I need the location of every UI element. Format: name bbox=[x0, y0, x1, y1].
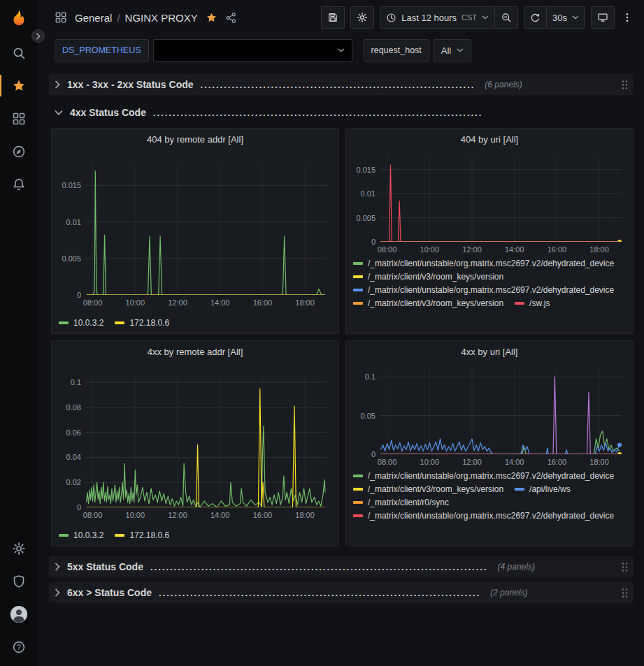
row-leader-dots: ........................................… bbox=[153, 108, 482, 118]
chart-canvas[interactable] bbox=[380, 155, 622, 242]
y-tick-label: 0.005 bbox=[62, 254, 81, 263]
legend-item[interactable]: 172.18.0.6 bbox=[115, 318, 169, 328]
breadcrumb-section[interactable]: General bbox=[75, 12, 112, 24]
plot-area[interactable] bbox=[380, 368, 622, 454]
dashboard-settings-button[interactable] bbox=[350, 6, 374, 29]
row-panel-count: (6 panels) bbox=[485, 80, 522, 89]
legend-item[interactable]: /api/live/ws bbox=[515, 484, 571, 494]
apps-grid-icon bbox=[55, 11, 67, 24]
server-admin-shield-icon[interactable] bbox=[0, 565, 38, 598]
refresh-interval-dropdown[interactable]: 30s bbox=[546, 6, 585, 29]
x-tick-label: 10:00 bbox=[420, 458, 440, 466]
variable-ds-prometheus: DS_PROMETHEUS bbox=[55, 39, 352, 61]
tv-mode-button[interactable] bbox=[591, 6, 615, 29]
x-axis: 08:0010:0012:0014:0016:0018:00 bbox=[380, 456, 622, 468]
favorite-star-icon[interactable] bbox=[206, 12, 217, 24]
datasource-select[interactable] bbox=[153, 39, 352, 61]
plot-area[interactable] bbox=[380, 155, 622, 242]
legend-item[interactable]: /_matrix/client/unstable/org.matrix.msc2… bbox=[353, 471, 614, 481]
row-leader-dots: ........................................… bbox=[150, 562, 488, 572]
time-series-chart: 00.0050.010.015 08:0010:0012:0014:0016:0… bbox=[352, 152, 627, 256]
time-range-picker[interactable]: Last 12 hours CST bbox=[380, 6, 495, 29]
legend-item[interactable]: 10.0.3.2 bbox=[59, 530, 103, 540]
row-header-4xx[interactable]: 4xx Status Code ........................… bbox=[49, 102, 634, 123]
row-header-1xx-3xx-2xx[interactable]: 1xx - 3xx - 2xx Status Code ............… bbox=[49, 74, 634, 95]
y-tick-label: 0.015 bbox=[62, 181, 81, 189]
y-tick-label: 0 bbox=[77, 291, 81, 299]
panel-title[interactable]: 404 by uri [All] bbox=[461, 134, 518, 145]
time-range-label: Last 12 hours bbox=[401, 13, 457, 23]
y-tick-label: 0.01 bbox=[66, 218, 81, 226]
row-header-6xx[interactable]: 6xx > Status Code ......................… bbox=[49, 582, 634, 603]
y-tick-label: 0.04 bbox=[66, 453, 81, 461]
row-header-5xx[interactable]: 5xx Status Code ........................… bbox=[49, 556, 634, 577]
dashboards-grid-icon[interactable] bbox=[0, 102, 38, 135]
chart-canvas[interactable] bbox=[85, 164, 327, 295]
y-axis: 00.0050.010.015 bbox=[57, 164, 83, 295]
row-panel-count: (4 panels) bbox=[498, 562, 535, 572]
x-tick-label: 08:00 bbox=[83, 298, 103, 307]
panel-header[interactable]: 4xx by uri [All] bbox=[346, 341, 633, 362]
starred-dashboards-icon[interactable] bbox=[0, 69, 38, 102]
x-tick-label: 16:00 bbox=[253, 298, 273, 307]
legend-item[interactable]: 172.18.0.6 bbox=[115, 530, 169, 540]
legend-item[interactable]: /_matrix/client/v3/room_keys/version bbox=[353, 272, 503, 282]
chart-canvas[interactable] bbox=[380, 368, 622, 454]
refresh-button[interactable] bbox=[524, 6, 547, 29]
legend-item[interactable]: /_matrix/client/unstable/org.matrix.msc2… bbox=[353, 285, 614, 295]
plot-area[interactable] bbox=[85, 376, 327, 507]
request-host-select[interactable]: All bbox=[434, 39, 471, 61]
x-tick-label: 18:00 bbox=[589, 245, 609, 254]
y-axis: 00.020.040.060.080.1 bbox=[57, 376, 83, 507]
row-title: 6xx > Status Code bbox=[67, 587, 152, 598]
legend-item[interactable]: /_matrix/client/unstable/org.matrix.msc2… bbox=[353, 259, 614, 268]
chart-canvas[interactable] bbox=[85, 376, 327, 507]
search-icon[interactable] bbox=[0, 36, 38, 69]
legend-item[interactable]: 10.0.3.2 bbox=[59, 318, 103, 328]
save-dashboard-button[interactable] bbox=[321, 6, 345, 29]
panel-title[interactable]: 404 by remote addr [All] bbox=[147, 134, 243, 145]
panel-404-by-remote-addr: 404 by remote addr [All] 00.0050.010.015… bbox=[51, 128, 339, 334]
breadcrumb-title[interactable]: NGINX PROXY bbox=[125, 12, 198, 24]
legend-item[interactable]: /_matrix/client/unstable/org.matrix.msc2… bbox=[353, 511, 614, 521]
plot-area[interactable] bbox=[85, 164, 327, 295]
y-tick-label: 0.1 bbox=[365, 372, 375, 381]
time-series-chart: 00.0050.010.015 08:0010:0012:0014:0016:0… bbox=[57, 161, 333, 309]
legend: /_matrix/client/unstable/org.matrix.msc2… bbox=[346, 256, 633, 314]
row-drag-handle[interactable] bbox=[622, 588, 628, 598]
panel-title[interactable]: 4xx by uri [All] bbox=[461, 347, 518, 357]
kebab-menu-button[interactable] bbox=[620, 6, 634, 29]
alerting-bell-icon[interactable] bbox=[0, 168, 38, 201]
x-tick-label: 10:00 bbox=[126, 298, 145, 307]
variable-label-request-host: request_host bbox=[364, 39, 429, 61]
panel-header[interactable]: 4xx by remote addr [All] bbox=[52, 341, 338, 362]
user-avatar[interactable] bbox=[0, 598, 38, 630]
svg-text:?: ? bbox=[17, 642, 21, 651]
legend-item[interactable]: /_matrix/client/v3/room_keys/version bbox=[353, 298, 503, 308]
legend: 10.0.3.2172.18.0.6 bbox=[52, 528, 338, 546]
legend-item[interactable]: /_matrix/client/r0/sync bbox=[353, 498, 449, 507]
help-icon[interactable]: ? bbox=[0, 630, 38, 663]
x-tick-label: 18:00 bbox=[295, 298, 315, 307]
panel-title[interactable]: 4xx by remote addr [All] bbox=[148, 347, 243, 357]
row-drag-handle[interactable] bbox=[622, 80, 628, 90]
x-tick-label: 14:00 bbox=[505, 458, 524, 466]
sidebar-expand-chevron[interactable] bbox=[31, 29, 45, 43]
panel-header[interactable]: 404 by uri [All] bbox=[346, 129, 633, 150]
x-tick-label: 12:00 bbox=[462, 458, 482, 466]
x-axis: 08:0010:0012:0014:0016:0018:00 bbox=[85, 509, 327, 521]
share-icon[interactable] bbox=[225, 12, 237, 24]
legend-item[interactable]: /_matrix/client/v3/room_keys/version bbox=[353, 484, 503, 494]
grafana-app: ? General / NGINX PROXY bbox=[0, 0, 644, 666]
legend-item[interactable]: /sw.js bbox=[515, 298, 550, 308]
y-tick-label: 0 bbox=[371, 238, 375, 246]
grafana-logo-icon[interactable] bbox=[0, 0, 38, 36]
panel-header[interactable]: 404 by remote addr [All] bbox=[52, 129, 338, 150]
x-axis: 08:0010:0012:0014:0016:0018:00 bbox=[85, 296, 327, 309]
chevron-down-icon bbox=[338, 48, 345, 52]
zoom-out-button[interactable] bbox=[494, 6, 518, 29]
breadcrumb-separator: / bbox=[117, 12, 120, 24]
row-drag-handle[interactable] bbox=[622, 562, 628, 572]
configuration-gear-icon[interactable] bbox=[0, 532, 38, 565]
explore-compass-icon[interactable] bbox=[0, 135, 38, 168]
